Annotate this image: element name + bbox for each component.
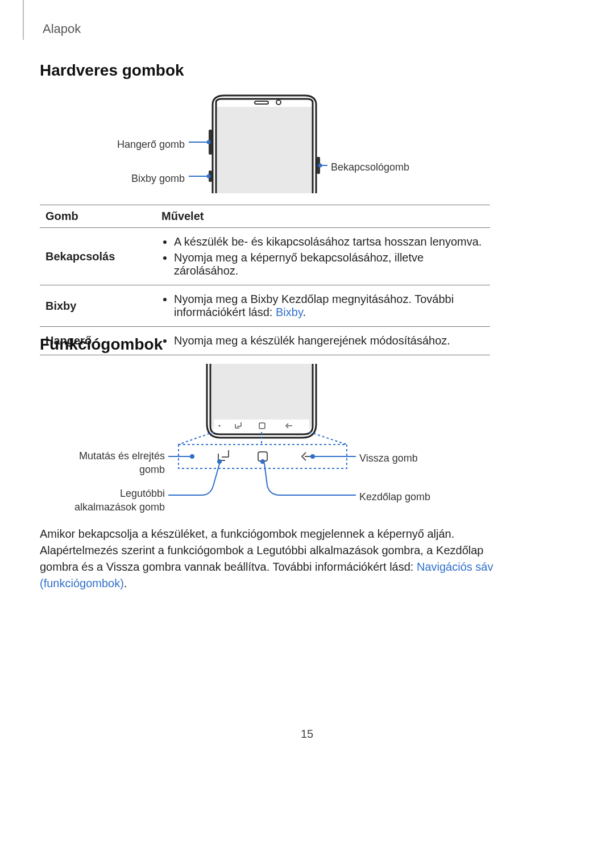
label-volume-key: Hangerő gomb: [117, 138, 185, 151]
cell-bixby-post: .: [302, 306, 306, 318]
figure-soft-keys: Mutatás és elrejtés gomb Legutóbbi alkal…: [40, 364, 495, 517]
link-bixby[interactable]: Bixby: [276, 306, 302, 318]
svg-point-15: [318, 164, 322, 168]
label-show-hide-l1: Mutatás és elrejtés: [79, 450, 165, 462]
row-power: Bekapcsolás A készülék be- és kikapcsolá…: [40, 228, 490, 285]
svg-point-22: [219, 425, 221, 427]
page-number: 15: [0, 728, 614, 741]
body-paragraph: Amikor bekapcsolja a készüléket, a funkc…: [40, 526, 495, 592]
svg-rect-20: [211, 364, 312, 423]
keys-table: Gomb Művelet Bekapcsolás A készülék be- …: [40, 205, 490, 355]
cell-power-name: Bekapcsolás: [40, 228, 156, 285]
cell-power-item1: A készülék be- és kikapcsolásához tartsa…: [174, 235, 484, 248]
svg-point-5: [276, 100, 281, 105]
svg-line-26: [309, 432, 347, 445]
cell-power-item2: Nyomja meg a képernyő bekapcsolásához, i…: [174, 251, 484, 277]
row-bixby: Bixby Nyomja meg a Bixby Kezdőlap megnyi…: [40, 285, 490, 327]
label-recents-l1: Legutóbbi: [120, 488, 165, 499]
cell-volume-item1: Nyomja meg a készülék hangerejének módos…: [174, 334, 484, 347]
svg-line-25: [179, 432, 214, 445]
svg-rect-6: [217, 107, 312, 193]
figure-hardware-keys: Hangerő gomb Bixby gomb Bekapcsológomb: [40, 91, 495, 193]
page: Alapok Hardveres gombok: [0, 0, 614, 868]
label-recents-l2: alkalmazások gomb: [74, 501, 165, 513]
svg-point-14: [207, 175, 211, 178]
cell-bixby-pre: Nyomja meg a Bixby Kezdőlap megnyitásáho…: [174, 293, 454, 318]
svg-rect-21: [214, 420, 309, 432]
label-power-key: Bekapcsológomb: [331, 160, 409, 174]
breadcrumb: Alapok: [43, 22, 81, 36]
header-rule: [23, 0, 24, 40]
cell-bixby-item: Nyomja meg a Bixby Kezdőlap megnyitásáho…: [174, 293, 484, 319]
label-show-hide: Mutatás és elrejtés gomb: [79, 449, 165, 477]
th-action: Művelet: [156, 205, 490, 228]
svg-point-34: [217, 459, 222, 464]
body-post: .: [124, 577, 127, 589]
cell-bixby-name: Bixby: [40, 285, 156, 327]
label-back: Vissza gomb: [359, 451, 418, 465]
svg-point-33: [190, 454, 194, 459]
svg-point-36: [310, 454, 315, 459]
heading-soft-keys: Funkciógombok: [40, 335, 163, 354]
svg-rect-4: [255, 101, 268, 104]
label-bixby-key: Bixby gomb: [131, 172, 185, 185]
label-show-hide-l2: gomb: [139, 464, 165, 475]
label-recents: Legutóbbi alkalmazások gomb: [74, 487, 165, 514]
heading-hardware-keys: Hardveres gombok: [40, 61, 184, 80]
label-home: Kezdőlap gomb: [359, 490, 430, 504]
svg-point-35: [260, 459, 265, 464]
th-key: Gomb: [40, 205, 156, 228]
svg-point-13: [207, 140, 211, 144]
